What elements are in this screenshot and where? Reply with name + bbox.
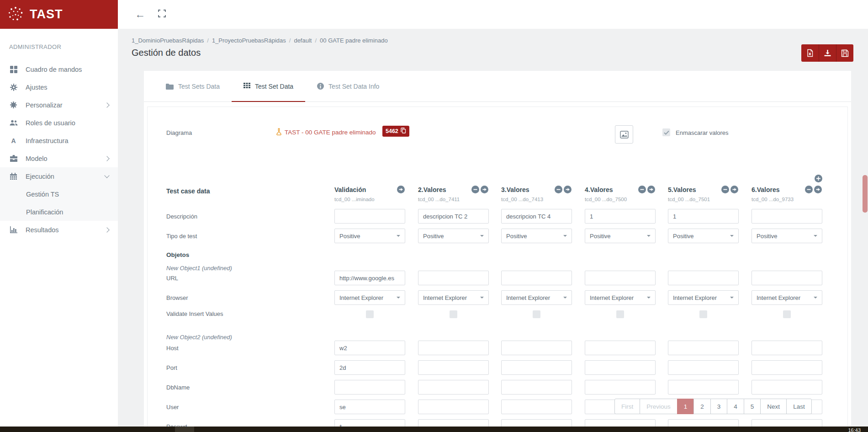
cell-checkbox[interactable] bbox=[450, 310, 457, 318]
cell-input[interactable] bbox=[501, 380, 572, 395]
shift-column-icon[interactable] bbox=[814, 186, 822, 193]
remove-column-icon[interactable] bbox=[805, 186, 813, 193]
page-button-last[interactable]: Last bbox=[786, 399, 812, 414]
add-column-icon[interactable] bbox=[815, 175, 822, 182]
download-button[interactable] bbox=[819, 44, 836, 62]
tab-test-sets-data[interactable]: Test Sets Data bbox=[154, 71, 232, 101]
cell-input[interactable] bbox=[668, 360, 739, 375]
cell-input[interactable] bbox=[585, 341, 656, 355]
cell-input[interactable] bbox=[668, 341, 739, 355]
sidebar-item-personalizar[interactable]: Personalizar bbox=[0, 96, 118, 114]
cell-select[interactable]: Internet Explorer bbox=[334, 290, 405, 305]
diagram-id-badge[interactable]: 5462 bbox=[382, 126, 409, 137]
cell-input[interactable] bbox=[334, 380, 405, 395]
export-excel-button[interactable] bbox=[801, 44, 819, 62]
shift-column-icon[interactable] bbox=[730, 186, 738, 193]
cell-input[interactable] bbox=[668, 380, 739, 395]
cell-input[interactable] bbox=[585, 380, 656, 395]
remove-column-icon[interactable] bbox=[555, 186, 562, 193]
cell-input[interactable] bbox=[418, 209, 489, 224]
cell-select[interactable]: Positive bbox=[334, 229, 405, 243]
breadcrumb-item[interactable]: 00 GATE padre eliminado bbox=[320, 37, 388, 44]
remove-column-icon[interactable] bbox=[638, 186, 646, 193]
view-image-button[interactable] bbox=[615, 125, 633, 144]
breadcrumb-item[interactable]: 1_ProyectoPruebasRápidas bbox=[212, 37, 286, 44]
sidebar-item-cuadro-de-mandos[interactable]: Cuadro de mandos bbox=[0, 60, 118, 78]
sidebar-item-resultados[interactable]: Resultados bbox=[0, 221, 118, 239]
cell-select[interactable]: Positive bbox=[418, 229, 489, 243]
cell-input[interactable] bbox=[418, 271, 489, 285]
cell-input[interactable] bbox=[501, 341, 572, 355]
cell-input[interactable] bbox=[334, 341, 405, 355]
cell-input[interactable] bbox=[752, 271, 822, 285]
shift-column-icon[interactable] bbox=[564, 186, 572, 193]
cell-checkbox[interactable] bbox=[366, 310, 374, 318]
taskbar-app-button[interactable] bbox=[175, 427, 194, 432]
sidebar-item-ejecuci-n[interactable]: Ejecución bbox=[0, 167, 118, 185]
cell-input[interactable] bbox=[334, 209, 405, 224]
cell-input[interactable] bbox=[585, 271, 656, 285]
sidebar-item-planificaci-n[interactable]: Planificación bbox=[0, 203, 118, 221]
cell-input[interactable] bbox=[418, 380, 489, 395]
cell-checkbox[interactable] bbox=[783, 310, 791, 318]
shift-column-icon[interactable] bbox=[481, 186, 488, 193]
fullscreen-icon[interactable] bbox=[158, 10, 166, 17]
page-button-next[interactable]: Next bbox=[760, 399, 787, 414]
mask-values-checkbox[interactable] bbox=[662, 128, 670, 136]
tab-test-set-data[interactable]: Test Set Data bbox=[232, 71, 305, 101]
sidebar-item-infraestructura[interactable]: AInfraestructura bbox=[0, 132, 118, 149]
cell-input[interactable] bbox=[752, 360, 822, 375]
shift-column-icon[interactable] bbox=[397, 186, 405, 193]
cell-select[interactable]: Positive bbox=[668, 229, 739, 243]
cell-checkbox[interactable] bbox=[616, 310, 624, 318]
remove-column-icon[interactable] bbox=[721, 186, 729, 193]
page-button-2[interactable]: 2 bbox=[693, 399, 711, 414]
page-button-3[interactable]: 3 bbox=[710, 399, 728, 414]
cell-input[interactable] bbox=[334, 400, 405, 414]
cell-input[interactable] bbox=[501, 209, 572, 224]
cell-input[interactable] bbox=[501, 400, 572, 414]
sidebar-item-ajustes[interactable]: Ajustes bbox=[0, 78, 118, 96]
cell-input[interactable] bbox=[418, 400, 489, 414]
cell-select[interactable]: Internet Explorer bbox=[585, 290, 656, 305]
brand[interactable]: TAST bbox=[0, 0, 118, 29]
sidebar-item-roles-de-usuario[interactable]: Roles de usuario bbox=[0, 114, 118, 132]
cell-input[interactable] bbox=[501, 271, 572, 285]
page-button-4[interactable]: 4 bbox=[727, 399, 744, 414]
cell-select[interactable]: Internet Explorer bbox=[418, 290, 489, 305]
cell-input[interactable] bbox=[334, 271, 405, 285]
sidebar-item-modelo[interactable]: Modelo bbox=[0, 149, 118, 167]
cell-select[interactable]: Positive bbox=[585, 229, 656, 243]
cell-checkbox[interactable] bbox=[699, 310, 707, 318]
cell-input[interactable] bbox=[752, 380, 822, 395]
sidebar-item-gesti-n-ts[interactable]: Gestión TS bbox=[0, 185, 118, 203]
cell-select[interactable]: Positive bbox=[501, 229, 572, 243]
cell-input[interactable] bbox=[752, 341, 822, 355]
breadcrumb-item[interactable]: 1_DominioPruebasRápidas bbox=[132, 37, 204, 44]
cell-input[interactable] bbox=[501, 360, 572, 375]
cell-select[interactable]: Internet Explorer bbox=[752, 290, 822, 305]
cell-checkbox[interactable] bbox=[533, 310, 540, 318]
table-icon bbox=[243, 83, 250, 90]
cell-input[interactable] bbox=[668, 271, 739, 285]
breadcrumb-item[interactable]: default bbox=[294, 37, 312, 44]
scrollbar-thumb[interactable] bbox=[863, 175, 868, 213]
shift-column-icon[interactable] bbox=[647, 186, 655, 193]
cell-input[interactable] bbox=[752, 209, 822, 224]
page-button-5[interactable]: 5 bbox=[744, 399, 761, 414]
cell-select[interactable]: Positive bbox=[752, 229, 822, 243]
save-button[interactable] bbox=[836, 44, 853, 62]
cell-input[interactable] bbox=[585, 360, 656, 375]
cell-select[interactable]: Internet Explorer bbox=[668, 290, 739, 305]
cell-input[interactable] bbox=[418, 341, 489, 355]
cell-input[interactable] bbox=[585, 209, 656, 224]
cell-input[interactable] bbox=[668, 209, 739, 224]
remove-column-icon[interactable] bbox=[471, 186, 479, 193]
page-button-1[interactable]: 1 bbox=[677, 399, 694, 414]
tab-test-set-data-info[interactable]: Test Set Data Info bbox=[305, 71, 391, 101]
diagram-link[interactable]: TAST - 00 GATE padre eliminado bbox=[275, 128, 376, 137]
cell-input[interactable] bbox=[418, 360, 489, 375]
cell-input[interactable] bbox=[334, 360, 405, 375]
cell-select[interactable]: Internet Explorer bbox=[501, 290, 572, 305]
back-icon[interactable]: ← bbox=[135, 8, 145, 20]
